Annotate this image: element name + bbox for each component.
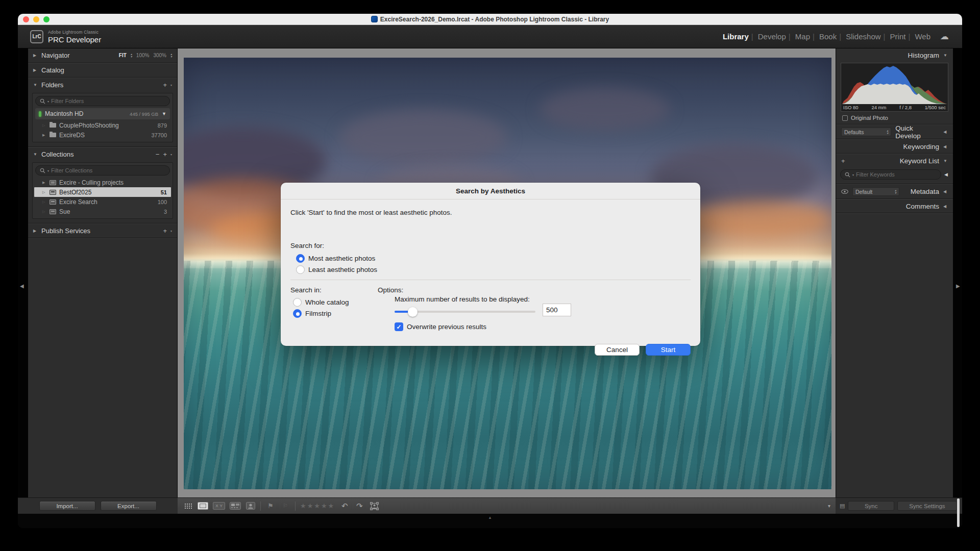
dialog-title: Search by Aesthetics <box>281 183 700 199</box>
disclosure-icon[interactable]: ▷ <box>42 123 46 128</box>
max-results-slider[interactable] <box>395 308 535 316</box>
folder-row[interactable]: ▷ CouplePhotoShooting 879 <box>34 120 171 130</box>
toolbar-options-icon[interactable]: ▾ <box>828 503 830 509</box>
collection-set-row[interactable]: ▶ Excire - Culling projects <box>34 178 171 187</box>
add-keyword-button[interactable]: + <box>841 157 845 165</box>
max-results-input[interactable] <box>543 304 571 316</box>
rotate-left-icon[interactable]: ↶ <box>339 502 350 510</box>
overwrite-results-checkbox-row[interactable]: ✓ Overwrite previous results <box>395 322 486 331</box>
export-button[interactable]: Export... <box>101 501 157 511</box>
radio-unselected-icon[interactable] <box>293 298 302 307</box>
cloud-sync-icon[interactable]: ☁ <box>935 31 949 42</box>
stepper-icon: ▴▾ <box>895 189 896 194</box>
add-collection-button[interactable]: + <box>163 151 167 158</box>
grid-view-icon[interactable] <box>183 502 193 510</box>
module-book[interactable]: Book <box>815 32 841 41</box>
catalog-section-header[interactable]: ▶ Catalog <box>28 63 177 77</box>
flag-pick-icon[interactable]: ⚑ <box>265 502 276 510</box>
navigator-section-header[interactable]: ▶ Navigator FIT ▴▾ 100% 300% ▴▾ <box>28 48 177 62</box>
radio-selected-icon[interactable] <box>293 309 302 318</box>
checkbox-checked-icon[interactable]: ✓ <box>395 322 403 331</box>
flag-reject-icon[interactable]: ⚐ <box>280 502 290 510</box>
original-photo-toggle[interactable]: Original Photo <box>836 114 953 124</box>
collection-icon <box>50 209 56 214</box>
survey-view-icon[interactable] <box>230 502 241 510</box>
collapse-left-icon[interactable]: ◀ <box>20 283 24 289</box>
keyword-filter-collapse-icon[interactable]: ◀ <box>944 172 949 177</box>
volume-disclosure-icon[interactable]: ▼ <box>162 111 166 116</box>
keywording-section-header[interactable]: Keywording ◀ <box>836 140 953 153</box>
people-view-icon[interactable] <box>246 502 256 510</box>
disclosure-icon: ▶ <box>33 53 38 58</box>
module-web[interactable]: Web <box>910 32 935 41</box>
radio-least-aesthetic[interactable]: Least aesthetic photos <box>296 265 377 274</box>
quick-develop-section-header[interactable]: Defaults ▴▾ Quick Develop ◀ <box>836 125 953 139</box>
module-map[interactable]: Map <box>791 32 815 41</box>
add-publish-service-button[interactable]: + <box>163 227 167 235</box>
disclosure-icon: ◀ <box>943 130 948 134</box>
disclosure-icon: ▼ <box>33 152 38 157</box>
disclosure-icon[interactable]: ▷ <box>42 190 46 194</box>
stepper-icon[interactable]: ▴▾ <box>131 53 132 58</box>
options-label: Options: <box>378 286 403 294</box>
import-button[interactable]: Import... <box>39 501 95 511</box>
cancel-button[interactable]: Cancel <box>595 344 640 356</box>
add-folder-button[interactable]: + <box>163 81 167 89</box>
stepper-icon[interactable]: ▴▾ <box>170 53 172 58</box>
radio-unselected-icon[interactable] <box>296 265 305 274</box>
sync-settings-button[interactable]: Sync Settings <box>897 501 957 511</box>
module-slideshow[interactable]: Slideshow <box>841 32 885 41</box>
start-button[interactable]: Start <box>646 344 691 356</box>
radio-whole-catalog[interactable]: Whole catalog <box>293 298 349 307</box>
keyword-list-section-header[interactable]: + Keyword List ▼ <box>836 154 953 167</box>
collection-set-icon <box>50 180 56 185</box>
collapse-right-icon[interactable]: ▶ <box>956 283 960 289</box>
module-develop[interactable]: Develop <box>753 32 791 41</box>
radio-filmstrip[interactable]: Filmstrip <box>293 309 331 318</box>
catalog-doc-icon <box>371 16 378 22</box>
filter-folders-input[interactable]: ▾ Filter Folders <box>35 96 170 106</box>
collection-row[interactable]: ▷ Excire Search 100 <box>34 197 171 207</box>
rotate-right-icon[interactable]: ↷ <box>354 502 364 510</box>
left-panel-collapse-strip[interactable]: ◀ <box>18 48 28 497</box>
histogram[interactable]: ISO 80 24 mm f / 2,8 1/500 sec <box>841 63 948 112</box>
filter-collections-input[interactable]: ▾ Filter Collections <box>35 165 170 176</box>
module-print[interactable]: Print <box>886 32 911 41</box>
folder-row[interactable]: ▶ ExcireDS 37700 <box>34 130 171 140</box>
scrollbar-thumb[interactable] <box>957 498 960 527</box>
folders-section-header[interactable]: ▼ Folders +▾ <box>28 78 177 92</box>
collection-row-selected[interactable]: ▷ BestOf2025 51 <box>34 187 171 197</box>
slider-thumb[interactable] <box>408 307 418 317</box>
histogram-section-header[interactable]: Histogram ▼ <box>836 48 953 62</box>
checkbox-unchecked-icon[interactable] <box>842 115 848 121</box>
publish-services-section-header[interactable]: ▶ Publish Services +▾ <box>28 224 177 238</box>
compare-view-icon[interactable]: XY <box>213 502 225 510</box>
metadata-section-header[interactable]: Default ▴▾ Metadata ◀ <box>836 185 953 198</box>
disclosure-icon[interactable]: ▷ <box>42 210 46 214</box>
shutter-value: 1/500 sec <box>925 105 946 110</box>
disclosure-icon[interactable]: ▷ <box>42 200 46 204</box>
filter-keywords-input[interactable]: ▾ Filter Keywords <box>840 169 941 180</box>
volume-row[interactable]: Macintosh HD 445 / 995 GB ▼ <box>35 108 170 119</box>
collection-row[interactable]: ▷ Sue 3 <box>34 207 171 216</box>
metadata-preset-select[interactable]: Default ▴▾ <box>852 187 899 196</box>
collections-section-header[interactable]: ▼ Collections − +▾ <box>28 147 177 161</box>
filmstrip-collapsed-bar[interactable]: ▴ <box>18 514 962 528</box>
remove-collection-button[interactable]: − <box>156 151 160 158</box>
disclosure-icon[interactable]: ▶ <box>42 181 46 185</box>
loupe-view-icon[interactable] <box>198 502 208 510</box>
disclosure-icon[interactable]: ▶ <box>42 133 46 137</box>
search-icon <box>845 172 850 178</box>
sync-button[interactable]: Sync <box>848 501 894 511</box>
saved-preset-select[interactable]: Defaults ▴▾ <box>841 128 891 136</box>
module-library[interactable]: Library <box>718 32 753 41</box>
star-rating[interactable]: ★★★★★ <box>300 502 335 510</box>
radio-selected-icon[interactable] <box>296 254 305 263</box>
face-region-icon[interactable] <box>369 502 379 510</box>
reveal-filmstrip-icon[interactable]: ▴ <box>489 515 492 520</box>
comments-section-header[interactable]: Comments ◀ <box>836 199 953 213</box>
radio-most-aesthetic[interactable]: Most aesthetic photos <box>296 254 375 263</box>
right-panel-collapse-strip[interactable]: ▶ <box>953 48 962 497</box>
search-for-label: Search for: <box>290 242 324 249</box>
navigator-zoom-controls[interactable]: FIT ▴▾ 100% 300% ▴▾ <box>119 53 172 58</box>
